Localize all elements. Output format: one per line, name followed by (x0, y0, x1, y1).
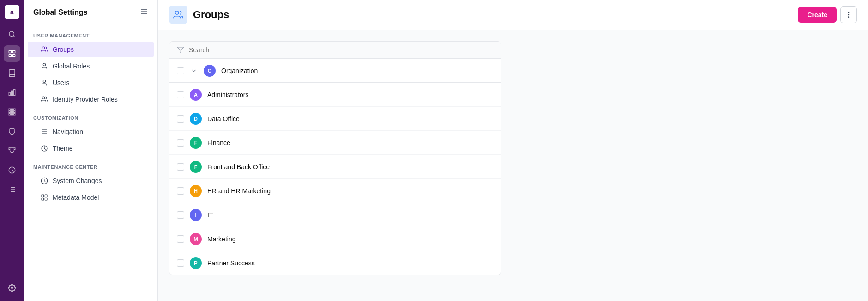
rail-dashboard-icon[interactable] (4, 45, 20, 62)
table-row: I IT ⋮ (169, 203, 501, 227)
sidebar-item-global-roles[interactable]: Global Roles (28, 58, 154, 74)
expand-chevron[interactable] (190, 67, 198, 75)
svg-rect-15 (9, 114, 10, 115)
section-maintenance-center: Maintenance Center (24, 157, 157, 172)
topbar-groups-icon (169, 6, 187, 24)
svg-rect-16 (12, 114, 13, 115)
rail-settings-icon[interactable] (4, 280, 20, 296)
row-checkbox[interactable] (177, 163, 184, 171)
svg-rect-8 (14, 89, 15, 96)
topbar-right: Create (798, 6, 857, 23)
sidebar-item-system-changes[interactable]: System Changes (28, 173, 154, 189)
svg-rect-12 (9, 111, 10, 113)
group-avatar: F (190, 137, 202, 149)
svg-line-1 (13, 36, 15, 37)
sidebar: Global Settings User Management Groups G… (24, 0, 158, 301)
table-row: F Finance ⋮ (169, 131, 501, 155)
svg-point-0 (9, 31, 14, 37)
row-checkbox[interactable] (177, 91, 184, 98)
table-row: A Administrators ⋮ (169, 83, 501, 107)
sidebar-item-users-label: Users (53, 79, 70, 86)
svg-rect-39 (42, 195, 44, 197)
rail-search-icon[interactable] (4, 26, 20, 43)
row-checkbox[interactable] (177, 115, 184, 123)
rail-list-icon[interactable] (4, 181, 20, 198)
row-more-menu[interactable]: ⋮ (482, 136, 494, 149)
rail-chart-icon[interactable] (4, 84, 20, 101)
svg-point-27 (11, 287, 13, 289)
row-more-menu[interactable]: ⋮ (482, 112, 494, 125)
svg-point-32 (43, 63, 45, 66)
sidebar-item-groups[interactable]: Groups (28, 42, 154, 57)
svg-rect-5 (13, 55, 15, 57)
rail-book-icon[interactable] (4, 65, 20, 81)
row-more-menu[interactable]: ⋮ (482, 88, 494, 101)
svg-point-46 (848, 17, 849, 17)
svg-rect-14 (14, 111, 15, 113)
group-name: IT (207, 211, 477, 219)
group-rows: A Administrators ⋮ D Data Office ⋮ F Fin… (169, 83, 501, 275)
header-row: O Organization ⋮ (169, 59, 501, 83)
search-input[interactable] (189, 46, 494, 54)
svg-rect-17 (14, 114, 15, 115)
svg-marker-47 (177, 47, 183, 53)
row-more-menu[interactable]: ⋮ (482, 160, 494, 173)
group-name: Organization (221, 67, 477, 74)
sidebar-item-metadata-model-label: Metadata Model (53, 194, 99, 201)
group-name: Front and Back Office (207, 163, 477, 171)
section-customization: Customization (24, 108, 157, 123)
row-checkbox[interactable] (177, 187, 184, 195)
row-more-menu[interactable]: ⋮ (482, 209, 494, 221)
row-checkbox[interactable] (177, 235, 184, 243)
group-name: Finance (207, 139, 477, 147)
row-checkbox[interactable] (177, 211, 184, 219)
app-logo[interactable]: a (5, 5, 19, 19)
svg-point-33 (43, 80, 45, 82)
icon-rail: a (0, 0, 24, 301)
group-avatar: F (190, 161, 202, 173)
rail-analytics-icon[interactable] (4, 162, 20, 178)
table-row: F Front and Back Office ⋮ (169, 155, 501, 179)
sidebar-item-navigation-label: Navigation (53, 128, 83, 135)
row-more-menu[interactable]: ⋮ (482, 64, 494, 77)
create-button[interactable]: Create (798, 7, 837, 23)
svg-rect-9 (9, 109, 10, 110)
row-more-menu[interactable]: ⋮ (482, 233, 494, 245)
group-avatar: A (190, 89, 202, 101)
sidebar-collapse-icon[interactable] (140, 7, 148, 18)
svg-rect-13 (12, 111, 13, 113)
row-more-menu[interactable]: ⋮ (482, 257, 494, 269)
svg-rect-3 (13, 50, 15, 53)
rail-grid-icon[interactable] (4, 104, 20, 120)
more-options-button[interactable] (840, 6, 857, 23)
sidebar-header: Global Settings (24, 0, 157, 25)
sidebar-item-global-roles-label: Global Roles (53, 62, 90, 70)
rail-shield-icon[interactable] (4, 123, 20, 140)
group-avatar: O (204, 65, 216, 77)
topbar-left: Groups (169, 6, 229, 24)
sidebar-item-metadata-model[interactable]: Metadata Model (28, 190, 154, 205)
table-row: P Partner Success ⋮ (169, 251, 501, 275)
rail-trophy-icon[interactable] (4, 142, 20, 159)
svg-point-43 (175, 11, 179, 14)
main-content: Groups Create O Organization (158, 0, 868, 301)
group-avatar: H (190, 185, 202, 197)
svg-point-45 (848, 14, 849, 15)
sidebar-title: Global Settings (33, 8, 87, 17)
svg-rect-2 (9, 50, 11, 53)
svg-rect-40 (45, 195, 47, 197)
group-avatar: M (190, 233, 202, 245)
sidebar-item-theme[interactable]: Theme (28, 141, 154, 156)
row-more-menu[interactable]: ⋮ (482, 184, 494, 197)
header-checkbox[interactable] (177, 67, 184, 74)
row-checkbox[interactable] (177, 139, 184, 147)
sidebar-item-navigation[interactable]: Navigation (28, 124, 154, 140)
page-title: Groups (193, 9, 229, 21)
row-checkbox[interactable] (177, 259, 184, 267)
sidebar-item-identity-provider-roles[interactable]: Identity Provider Roles (28, 92, 154, 107)
sidebar-item-users[interactable]: Users (28, 75, 154, 91)
group-name: HR and HR Marketing (207, 187, 477, 195)
svg-rect-6 (9, 92, 10, 96)
svg-rect-4 (9, 55, 11, 57)
svg-rect-11 (14, 109, 15, 110)
